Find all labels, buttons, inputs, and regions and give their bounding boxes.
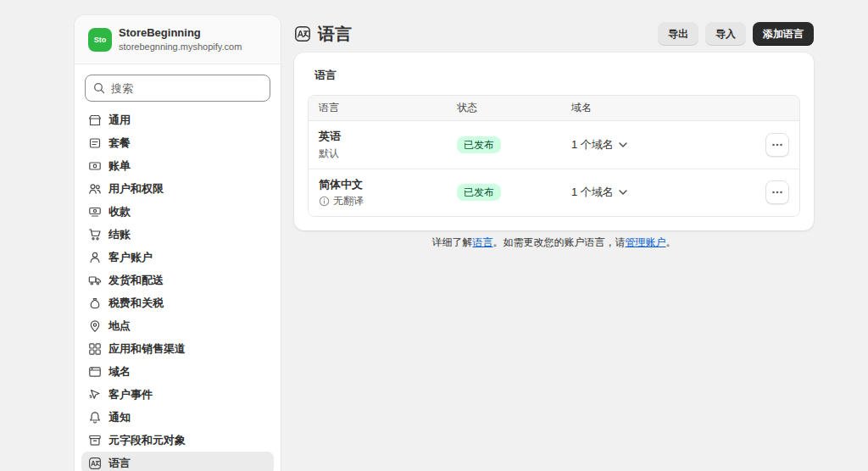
export-button[interactable]: 导出 [658, 22, 698, 46]
sidebar-item-label: 发货和配送 [108, 273, 164, 288]
sidebar-item-label: 应用和销售渠道 [108, 341, 186, 357]
billing-icon [88, 159, 102, 173]
cursor-icon [88, 388, 102, 402]
sidebar-item-users-permissions[interactable]: 用户和权限 [81, 177, 274, 200]
language-name: 简体中文 [319, 177, 457, 192]
payments-icon [88, 205, 102, 219]
sidebar-item-checkout[interactable]: 结账 [81, 223, 274, 246]
sidebar-item-label: 语言 [108, 456, 131, 471]
import-button[interactable]: 导入 [705, 22, 746, 46]
store-name: StoreBeginning [119, 26, 242, 41]
page-header: 语言 导出 导入 添加语言 [294, 20, 814, 47]
sidebar-item-label: 域名 [108, 364, 131, 380]
sidebar-item-billing[interactable]: 账单 [81, 154, 274, 177]
languages-card: 语言 语言 状态 域名 英语 默认 已发布 1 个域名 [294, 53, 814, 230]
store-icon [88, 114, 102, 127]
languages-help-link[interactable]: 语言 [473, 236, 493, 248]
language-subtitle: 默认 [319, 147, 457, 161]
sidebar-item-customer-events[interactable]: 客户事件 [81, 383, 274, 406]
store-domain: storebegnning.myshopify.com [119, 41, 242, 53]
search-input[interactable] [85, 75, 270, 102]
sidebar-item-customer-accounts[interactable]: 客户账户 [81, 246, 274, 269]
chevron-down-icon [619, 190, 627, 195]
sidebar-item-label: 收款 [108, 204, 131, 219]
sidebar-item-taxes[interactable]: 税费和关税 [81, 291, 274, 314]
sidebar-item-label: 客户账户 [108, 250, 153, 265]
translate-icon [88, 457, 102, 470]
person-icon [88, 251, 102, 264]
ellipsis-icon [771, 138, 784, 152]
translate-icon [294, 25, 311, 42]
table-row[interactable]: 简体中文 无翻译 已发布 1 个域名 [309, 169, 799, 217]
cart-icon [88, 228, 102, 241]
add-language-button[interactable]: 添加语言 [753, 22, 814, 46]
browser-window-icon [88, 365, 102, 379]
status-badge: 已发布 [457, 184, 501, 201]
sidebar-item-label: 账单 [108, 158, 131, 174]
table-row[interactable]: 英语 默认 已发布 1 个域名 [309, 121, 799, 169]
tax-bag-icon [88, 296, 102, 310]
sidebar-search [75, 64, 281, 105]
sidebar-item-metafields[interactable]: 元字段和元对象 [81, 429, 274, 452]
status-badge: 已发布 [457, 136, 501, 153]
chevron-down-icon [619, 142, 627, 147]
search-icon [93, 82, 105, 94]
archive-box-icon [88, 434, 102, 447]
ellipsis-icon [771, 186, 784, 199]
languages-table: 语言 状态 域名 英语 默认 已发布 1 个域名 [308, 95, 800, 217]
sidebar-item-general[interactable]: 通用 [81, 108, 274, 131]
sidebar-item-label: 地点 [108, 319, 131, 334]
sidebar-item-plan[interactable]: 套餐 [81, 131, 274, 154]
domain-dropdown[interactable]: 1 个域名 [571, 137, 755, 152]
settings-sidebar: Sto StoreBeginning storebegnning.myshopi… [75, 15, 281, 471]
column-header-status: 状态 [457, 101, 571, 115]
sidebar-item-label: 套餐 [108, 136, 131, 151]
manage-account-link[interactable]: 管理账户 [626, 236, 666, 248]
map-pin-icon [88, 319, 102, 333]
sidebar-item-label: 通知 [108, 410, 131, 425]
bell-icon [88, 411, 102, 424]
language-name: 英语 [319, 129, 457, 144]
sidebar-item-shipping[interactable]: 发货和配送 [81, 269, 274, 291]
sidebar-item-label: 通用 [108, 113, 131, 128]
info-icon [319, 196, 330, 207]
footer-help-text: 详细了解语言。如需更改您的账户语言，请管理账户。 [294, 236, 814, 250]
sidebar-item-domains[interactable]: 域名 [81, 360, 274, 383]
truck-icon [88, 274, 102, 287]
domain-dropdown[interactable]: 1 个域名 [571, 185, 755, 200]
sidebar-item-payments[interactable]: 收款 [81, 200, 274, 223]
store-header[interactable]: Sto StoreBeginning storebegnning.myshopi… [75, 15, 281, 64]
sidebar-item-label: 税费和关税 [108, 296, 164, 311]
users-icon [88, 182, 102, 196]
sidebar-item-apps-channels[interactable]: 应用和销售渠道 [81, 337, 274, 360]
sidebar-item-label: 客户事件 [108, 387, 153, 402]
sidebar-item-label: 结账 [108, 227, 131, 242]
card-title: 语言 [314, 68, 800, 83]
table-header: 语言 状态 域名 [309, 96, 799, 121]
column-header-language: 语言 [309, 101, 457, 115]
apps-grid-icon [88, 342, 102, 356]
page-title: 语言 [318, 23, 352, 46]
column-header-domain: 域名 [571, 101, 755, 115]
settings-menu: 通用 套餐 账单 用户和权限 收款 结账 客户账户 发货和配送 [75, 105, 281, 471]
sidebar-item-label: 元字段和元对象 [108, 433, 186, 448]
sidebar-item-locations[interactable]: 地点 [81, 314, 274, 337]
sidebar-item-label: 用户和权限 [108, 181, 164, 197]
plan-icon [88, 136, 102, 150]
sidebar-item-languages[interactable]: 语言 [81, 452, 274, 471]
row-actions-button[interactable] [765, 133, 789, 157]
header-actions: 导出 导入 添加语言 [658, 22, 814, 46]
row-actions-button[interactable] [765, 180, 789, 204]
language-subtitle: 无翻译 [319, 194, 457, 208]
sidebar-item-notifications[interactable]: 通知 [81, 406, 274, 429]
store-avatar: Sto [88, 28, 112, 52]
